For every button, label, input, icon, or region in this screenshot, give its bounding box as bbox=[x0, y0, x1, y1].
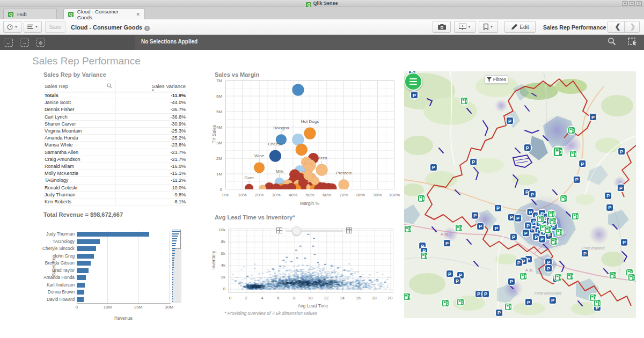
selections-tool-icon[interactable] bbox=[628, 37, 638, 46]
table-row[interactable]: Molly McKenzie-15.1% bbox=[43, 170, 188, 177]
navigation-menu-button[interactable]: ▼ bbox=[3, 21, 21, 33]
bar[interactable] bbox=[77, 254, 94, 259]
map-panel[interactable]: A 38A 31Forêt d'amontForêt domaniale PPP… bbox=[404, 71, 636, 318]
parking-marker-icon[interactable]: P bbox=[548, 296, 557, 305]
map-filter-button[interactable]: Filtres bbox=[485, 75, 508, 84]
bar[interactable] bbox=[77, 275, 86, 280]
ev-charger-marker-icon[interactable] bbox=[627, 273, 636, 282]
step-back-icon[interactable]: ← bbox=[4, 39, 13, 47]
table-row[interactable]: Judy Thurman-9.8% bbox=[43, 192, 188, 199]
compression-fine-icon[interactable] bbox=[346, 227, 352, 233]
parking-marker-icon[interactable]: P bbox=[509, 232, 518, 241]
ev-charger-marker-icon[interactable] bbox=[543, 225, 552, 234]
restore-icon[interactable]: − bbox=[629, 1, 635, 6]
parking-marker-icon[interactable]: P bbox=[538, 234, 547, 244]
bar[interactable] bbox=[77, 283, 85, 288]
parking-marker-icon[interactable]: P bbox=[605, 203, 614, 212]
parking-marker-icon[interactable]: P bbox=[505, 116, 514, 126]
scatter-bubble[interactable] bbox=[316, 164, 328, 176]
scatter-bubble[interactable] bbox=[254, 162, 265, 173]
parking-marker-icon[interactable]: P bbox=[442, 239, 451, 248]
scatter-bubble[interactable] bbox=[245, 184, 253, 189]
ev-charger-marker-icon[interactable] bbox=[553, 273, 562, 282]
table-row[interactable]: Sharon Carver-30.9% bbox=[43, 121, 188, 128]
sales-rep-cell[interactable]: Ken Roberts bbox=[45, 199, 71, 204]
parking-marker-icon[interactable]: P bbox=[514, 214, 523, 223]
parking-marker-icon[interactable]: P bbox=[619, 238, 628, 247]
ev-charger-marker-icon[interactable] bbox=[503, 302, 513, 311]
parking-marker-icon[interactable]: P bbox=[514, 258, 523, 267]
ev-charger-marker-icon[interactable] bbox=[404, 224, 412, 233]
scatter-bubble[interactable] bbox=[269, 150, 281, 162]
sales-rep-cell[interactable]: Totals bbox=[45, 93, 58, 98]
sales-rep-cell[interactable]: Molly McKenzie bbox=[45, 171, 78, 176]
parking-marker-icon[interactable]: P bbox=[524, 298, 533, 307]
table-row[interactable]: Ronald Milam-16.0% bbox=[43, 163, 188, 170]
table-row[interactable]: Carl Lynch-36.6% bbox=[43, 114, 188, 121]
ev-charger-marker-icon[interactable] bbox=[570, 212, 580, 221]
parking-marker-icon[interactable]: P bbox=[578, 159, 587, 168]
info-icon[interactable]: i bbox=[144, 26, 150, 31]
sales-rep-cell[interactable]: Janice Scott bbox=[45, 100, 71, 105]
sales-rep-cell[interactable]: Amanda Honda bbox=[45, 135, 78, 141]
scatter-bubble[interactable] bbox=[296, 144, 308, 156]
column-header-sales-variance[interactable]: Sales Variance bbox=[152, 83, 186, 89]
table-row[interactable]: Janice Scott-44.0% bbox=[43, 99, 188, 106]
sales-rep-cell[interactable]: Sharon Carver bbox=[45, 121, 76, 127]
parking-marker-icon[interactable]: P bbox=[604, 191, 613, 200]
edit-button[interactable]: Edit bbox=[504, 21, 536, 33]
parking-marker-icon[interactable]: P bbox=[572, 175, 581, 184]
ev-charger-marker-icon[interactable] bbox=[592, 298, 602, 307]
column-header-sales-rep[interactable]: Sales Rep bbox=[45, 83, 68, 89]
ev-charger-marker-icon[interactable] bbox=[416, 194, 426, 203]
table-row[interactable]: Dennis Fisher-36.7% bbox=[43, 106, 188, 113]
next-sheet-button[interactable]: ❯ bbox=[626, 21, 640, 33]
parking-marker-icon[interactable]: P bbox=[410, 91, 419, 100]
bar-chart-minimap-scrollbar[interactable] bbox=[172, 230, 181, 303]
variance-table[interactable]: Sales Rep Sales Variance ▲ Totals-11.9%J… bbox=[43, 80, 188, 206]
parking-marker-icon[interactable]: P bbox=[452, 276, 462, 285]
close-window-icon[interactable]: × bbox=[636, 1, 642, 6]
sales-rep-cell[interactable]: TAGnology bbox=[45, 178, 68, 183]
parking-marker-icon[interactable]: P bbox=[429, 163, 438, 172]
leadtime-vs-inventory-chart[interactable] bbox=[228, 229, 393, 293]
sales-rep-cell[interactable]: Ronald Goleski bbox=[45, 185, 77, 190]
sales-rep-cell[interactable]: Craig Amundson bbox=[45, 157, 80, 162]
bar[interactable] bbox=[77, 290, 84, 295]
ev-charger-marker-icon[interactable] bbox=[559, 194, 568, 203]
scatter-bubble[interactable] bbox=[303, 171, 313, 180]
bar-category-label[interactable]: Donna Brown bbox=[32, 289, 75, 296]
bar[interactable] bbox=[77, 246, 96, 251]
sales-rep-cell[interactable]: Virginia Mountain bbox=[45, 128, 82, 134]
search-icon[interactable] bbox=[608, 37, 616, 46]
parking-marker-icon[interactable]: P bbox=[523, 143, 532, 152]
sales-rep-cell[interactable]: Marisa White bbox=[45, 142, 73, 148]
bar[interactable] bbox=[77, 297, 84, 302]
ev-charger-marker-icon[interactable] bbox=[404, 292, 412, 301]
scatter-bubble[interactable] bbox=[304, 128, 316, 139]
table-row[interactable]: Marisa White-23.8% bbox=[43, 142, 188, 149]
ev-charger-marker-icon[interactable] bbox=[456, 298, 465, 307]
parking-marker-icon[interactable]: P bbox=[445, 269, 455, 278]
tab-hub[interactable]: Q Hub bbox=[3, 9, 57, 19]
table-row[interactable]: Virginia Mountain-25.3% bbox=[43, 128, 188, 135]
bar-category-label[interactable]: Karl Anderson bbox=[32, 282, 75, 289]
compression-coarse-icon[interactable] bbox=[276, 227, 282, 233]
sales-rep-cell[interactable]: Dennis Fisher bbox=[45, 107, 75, 112]
bar[interactable] bbox=[77, 268, 89, 273]
bar[interactable] bbox=[77, 232, 149, 237]
parking-marker-icon[interactable]: P bbox=[495, 308, 504, 317]
table-row[interactable]: Craig Amundson-21.7% bbox=[43, 156, 188, 163]
map-canvas[interactable]: A 38A 31Forêt d'amontForêt domaniale PPP… bbox=[404, 71, 636, 318]
parking-marker-icon[interactable]: P bbox=[616, 183, 625, 193]
parking-marker-icon[interactable]: P bbox=[492, 224, 501, 233]
parking-marker-icon[interactable]: P bbox=[493, 203, 502, 212]
parking-marker-icon[interactable]: P bbox=[476, 222, 485, 231]
scatter-bubble[interactable] bbox=[292, 84, 304, 95]
bookmarks-button[interactable]: ▼ bbox=[479, 21, 498, 33]
parking-marker-icon[interactable]: P bbox=[507, 277, 516, 286]
bar[interactable] bbox=[77, 239, 100, 244]
table-row[interactable]: Ronald Goleski-10.0% bbox=[43, 185, 188, 192]
parking-marker-icon[interactable]: P bbox=[580, 249, 589, 258]
ev-charger-marker-icon[interactable] bbox=[554, 227, 564, 237]
